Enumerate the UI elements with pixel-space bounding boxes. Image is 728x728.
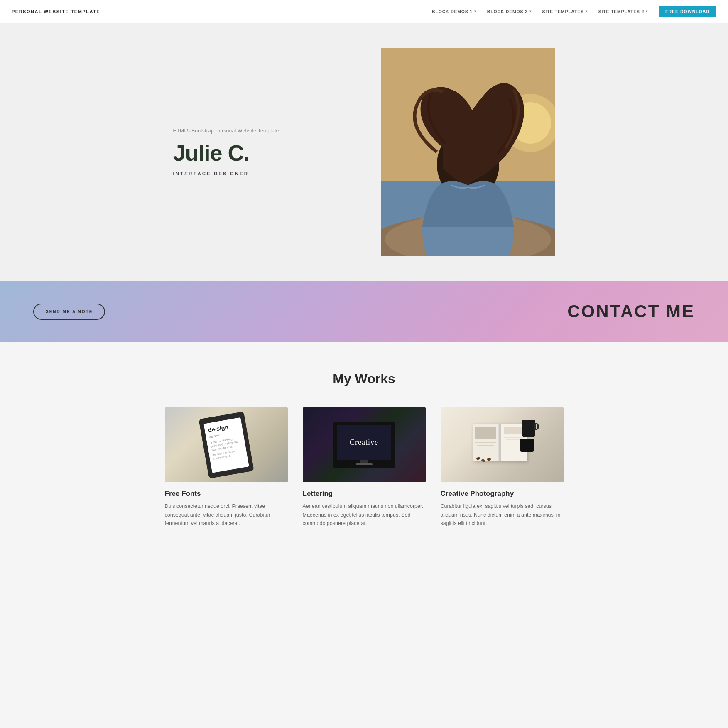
chevron-down-icon: ▾ <box>646 10 648 13</box>
navbar: PERSONAL WEBSITE TEMPLATE BLOCK DEMOS 1 … <box>0 0 728 23</box>
nav-link-block-demos-2[interactable]: BLOCK DEMOS 2 ▾ <box>483 7 536 17</box>
chevron-down-icon: ▾ <box>586 10 588 13</box>
works-grid: de·sign /də ˈzīn/ a plan or drawing prod… <box>165 407 564 528</box>
hero-image-wrap <box>381 48 555 256</box>
hero-role: INTERFACE DESIGNER <box>173 171 348 176</box>
nav-links: BLOCK DEMOS 1 ▾ BLOCK DEMOS 2 ▾ SITE TEM… <box>428 6 716 17</box>
contact-banner: SEND ME A NOTE CONTACT ME <box>0 281 728 342</box>
chevron-down-icon: ▾ <box>529 10 532 13</box>
nav-brand: PERSONAL WEBSITE TEMPLATE <box>12 9 100 14</box>
work-card-lettering: Creative Lettering Aenean vestibulum ali… <box>303 407 426 528</box>
hero-name: Julie C. <box>173 141 348 165</box>
work-desc-free-fonts: Duis consectetur neque orci. Praesent vi… <box>165 502 288 528</box>
book-scene <box>469 418 535 472</box>
monitor-base <box>356 463 373 465</box>
coffee-bean-2 <box>481 459 485 462</box>
work-card-photography: Creative Photography Curabitur ligula ex… <box>441 407 564 528</box>
nav-link-block-demos-1[interactable]: BLOCK DEMOS 1 ▾ <box>428 7 480 17</box>
contact-title: CONTACT ME <box>567 301 695 321</box>
work-desc-photography: Curabitur ligula ex, sagittis vel turpis… <box>441 502 564 528</box>
works-section-title: My Works <box>33 371 695 387</box>
free-download-button[interactable]: FREE DOWNLOAD <box>659 6 716 17</box>
hero-subtitle: HTML5 Bootstrap Personal Website Templat… <box>173 128 348 134</box>
work-image-photography <box>441 407 564 482</box>
hero-portrait-image <box>381 48 555 256</box>
send-note-button[interactable]: SEND ME A NOTE <box>33 304 105 320</box>
book <box>473 424 527 461</box>
work-card-free-fonts: de·sign /də ˈzīn/ a plan or drawing prod… <box>165 407 288 528</box>
work-title-photography: Creative Photography <box>441 490 564 498</box>
monitor-script-text: Creative <box>350 438 378 447</box>
hero-portrait-svg <box>381 48 555 256</box>
work-image-free-fonts: de·sign /də ˈzīn/ a plan or drawing prod… <box>165 407 288 482</box>
hero-section: HTML5 Bootstrap Personal Website Templat… <box>0 23 728 281</box>
nav-link-site-templates[interactable]: SITE TEMPLATES ▾ <box>538 7 592 17</box>
work-desc-lettering: Aenean vestibulum aliquam mauris non ull… <box>303 502 426 528</box>
hero-text: HTML5 Bootstrap Personal Website Templat… <box>173 128 348 176</box>
coffee-mug-2 <box>520 439 534 452</box>
work-title-lettering: Lettering <box>303 490 426 498</box>
chevron-down-icon: ▾ <box>474 10 476 13</box>
tablet-screen: de·sign /də ˈzīn/ a plan or drawing prod… <box>203 417 249 473</box>
monitor-screen: Creative <box>337 425 391 460</box>
monitor-mockup: Creative <box>333 422 395 468</box>
coffee-mug-1 <box>522 420 535 437</box>
monitor-stand <box>360 460 368 463</box>
tablet-mockup: de·sign /də ˈzīn/ a plan or drawing prod… <box>199 411 254 478</box>
work-title-free-fonts: Free Fonts <box>165 490 288 498</box>
nav-link-site-templates-2[interactable]: SITE TEMPLATES 2 ▾ <box>594 7 652 17</box>
work-image-lettering: Creative <box>303 407 426 482</box>
works-section: My Works de·sign /də ˈzīn/ a plan or dra… <box>0 342 728 557</box>
